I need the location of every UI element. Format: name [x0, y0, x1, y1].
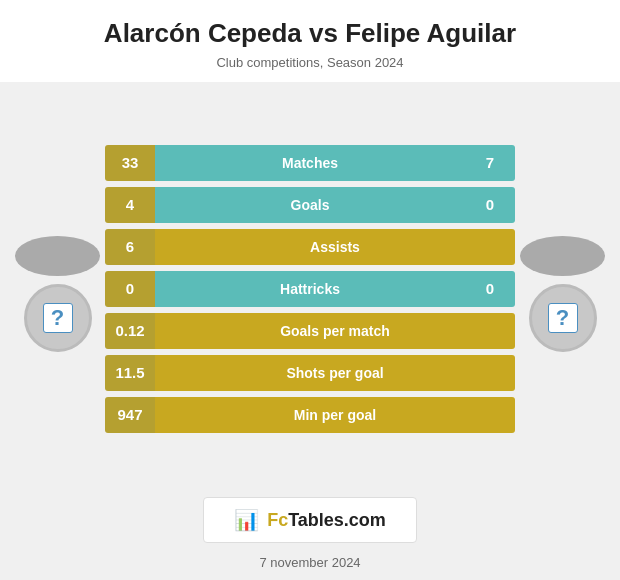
stat-label: Min per goal	[155, 397, 515, 433]
avatar-question-mark: ?	[43, 303, 73, 333]
avatar-question-mark-right: ?	[548, 303, 578, 333]
stat-left-value: 11.5	[105, 355, 155, 391]
stat-row: 4Goals0	[105, 187, 515, 223]
stat-label: Matches	[155, 145, 465, 181]
stat-row: 33Matches7	[105, 145, 515, 181]
stat-label: Shots per goal	[155, 355, 515, 391]
player-right-avatar: ?	[529, 284, 597, 352]
page-subtitle: Club competitions, Season 2024	[20, 55, 600, 70]
stat-right-value: 0	[465, 271, 515, 307]
stat-label: Hattricks	[155, 271, 465, 307]
player-right: ?	[515, 226, 610, 352]
logo-tables: Tables.com	[288, 510, 386, 530]
fctables-icon: 📊	[234, 508, 259, 532]
stat-left-value: 4	[105, 187, 155, 223]
player-left: ?	[10, 226, 105, 352]
right-blob-shape	[520, 236, 605, 276]
logo-text: FcTables.com	[267, 510, 386, 531]
left-blob-shape	[15, 236, 100, 276]
header: Alarcón Cepeda vs Felipe Aguilar Club co…	[0, 0, 620, 82]
footer-date: 7 november 2024	[259, 549, 360, 580]
player-left-avatar: ?	[24, 284, 92, 352]
stat-label: Goals per match	[155, 313, 515, 349]
stat-right-value: 0	[465, 187, 515, 223]
page-container: Alarcón Cepeda vs Felipe Aguilar Club co…	[0, 0, 620, 580]
stats-section: 33Matches74Goals06Assists0Hattricks00.12…	[105, 145, 515, 433]
stat-left-value: 0.12	[105, 313, 155, 349]
stat-left-value: 33	[105, 145, 155, 181]
stat-left-value: 6	[105, 229, 155, 265]
stat-row: 0Hattricks0	[105, 271, 515, 307]
stat-row: 11.5Shots per goal	[105, 355, 515, 391]
page-title: Alarcón Cepeda vs Felipe Aguilar	[20, 18, 600, 49]
stat-row: 0.12Goals per match	[105, 313, 515, 349]
stat-left-value: 947	[105, 397, 155, 433]
stat-left-value: 0	[105, 271, 155, 307]
logo-fc: Fc	[267, 510, 288, 530]
stat-label: Goals	[155, 187, 465, 223]
stat-right-value: 7	[465, 145, 515, 181]
logo-box: 📊 FcTables.com	[203, 497, 417, 543]
stat-row: 6Assists	[105, 229, 515, 265]
logo-section: 📊 FcTables.com	[0, 485, 620, 549]
stat-row: 947Min per goal	[105, 397, 515, 433]
main-section: ? 33Matches74Goals06Assists0Hattricks00.…	[0, 82, 620, 485]
stat-label: Assists	[155, 229, 515, 265]
